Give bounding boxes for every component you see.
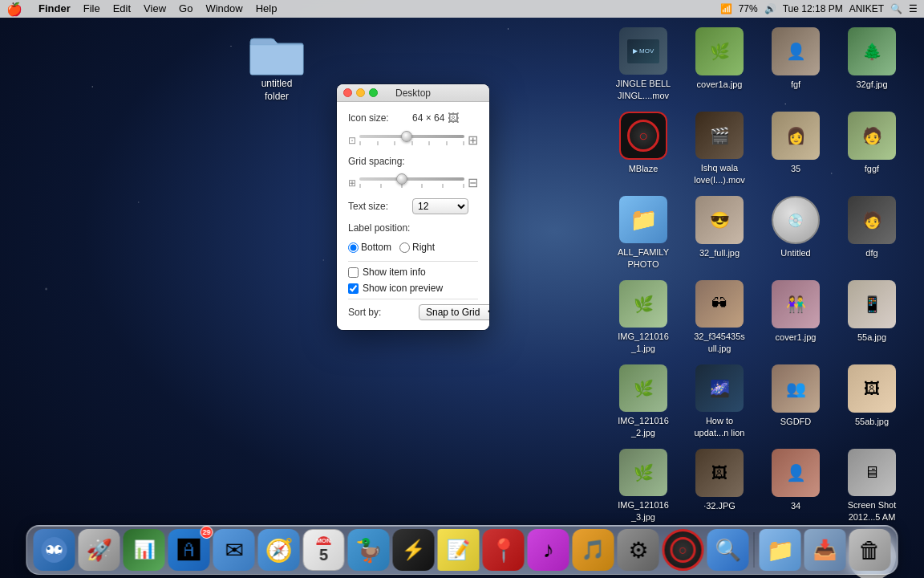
dock-mainstage[interactable]: 🎵 — [573, 529, 614, 571]
grid-small-icon: ⊞ — [348, 177, 356, 189]
dock-finder[interactable] — [34, 529, 75, 571]
sort-by-label: Sort by: — [348, 307, 412, 318]
desktop-icon-32full[interactable]: 😎 32_full.jpg — [683, 193, 756, 273]
desktop-icon-32f345[interactable]: 🕶 32_f345435sull.jpg — [683, 277, 756, 357]
desktop-icon-fgf[interactable]: 👤 fgf — [760, 24, 832, 104]
grid-spacing-slider[interactable] — [359, 177, 464, 188]
divider-1 — [348, 261, 478, 262]
desktop-folder-untitled[interactable]: untitledfolder — [249, 32, 305, 103]
desktop-icon-55ab[interactable]: 🖼 55ab.jpg — [836, 361, 908, 442]
icon-label: fgf — [791, 79, 800, 90]
desktop-icon-dfg[interactable]: 🧑 dfg — [836, 193, 908, 273]
close-button[interactable] — [343, 88, 352, 97]
show-item-info-checkbox[interactable] — [348, 267, 359, 278]
desktop-icon-img1[interactable]: 🌿 IMG_121016_1.jpg — [607, 277, 679, 357]
show-item-info-row[interactable]: Show item info — [348, 267, 478, 278]
dock-istat[interactable]: 📊 — [124, 529, 165, 571]
username: ANIKET — [849, 3, 884, 14]
desktop-icon-34[interactable]: 👤 34 — [760, 446, 832, 526]
icon-size-slider-container[interactable] — [359, 135, 464, 145]
menu-help[interactable]: Help — [249, 0, 284, 18]
icon-size-small-icon: ⊡ — [348, 135, 356, 146]
maximize-button[interactable] — [369, 88, 378, 97]
show-icon-preview-checkbox[interactable] — [348, 283, 359, 294]
photo-icon: 🖼 — [448, 112, 459, 124]
dock-itunes[interactable]: ♪ — [528, 529, 569, 571]
dock-alfred[interactable]: 🔍 — [707, 529, 749, 571]
desktop-icon-img3[interactable]: 🌿 IMG_121016_3.jpg — [607, 446, 679, 526]
icon-label: fggf — [865, 163, 879, 174]
dock-mblaze[interactable]: ○ — [663, 529, 704, 571]
dock-calendar[interactable]: MON 5 — [303, 529, 345, 571]
traffic-lights — [343, 88, 378, 97]
desktop-icon-all-family[interactable]: 📁 ALL_FAMILYPHOTO — [607, 193, 679, 273]
dock-sysprefs[interactable]: ⚙ — [618, 529, 659, 571]
dock-cyberduck[interactable]: 🦆 — [348, 529, 390, 571]
desktop-icon-55a[interactable]: 📱 55a.jpg — [836, 277, 908, 357]
menu-view[interactable]: View — [137, 0, 172, 18]
dialog-titlebar: Desktop — [337, 84, 489, 102]
menu-file[interactable]: File — [77, 0, 107, 18]
icon-size-row: Icon size: 64 × 64 🖼 — [348, 112, 478, 124]
desktop-icon-fggf[interactable]: 🧑 fggf — [836, 108, 908, 189]
apple-menu[interactable]: 🍎 — [6, 2, 22, 17]
icon-label: dfg — [865, 247, 877, 258]
icon-label: Screen Shot2012...5 AM — [848, 499, 897, 523]
icon-label: 32_full.jpg — [699, 247, 740, 258]
label-position-label: Label position: — [348, 222, 412, 234]
dock-pinpoint[interactable]: 📍 — [483, 529, 525, 571]
menu-go[interactable]: Go — [172, 0, 199, 18]
text-size-select[interactable]: 12 10 11 13 14 — [412, 198, 468, 214]
dock-safari[interactable]: 🧭 — [258, 529, 300, 571]
dock-trash[interactable]: 🗑 — [849, 529, 891, 571]
desktop-icon-ishqwala[interactable]: 🎬 Ishq walalove(I...).mov — [683, 108, 756, 189]
menu-edit[interactable]: Edit — [107, 0, 137, 18]
desktop-icon-img2[interactable]: 🌿 IMG_121016_2.jpg — [607, 361, 679, 442]
grid-spacing-row: Grid spacing: — [348, 156, 478, 167]
list-icon[interactable]: ☰ — [909, 3, 918, 14]
wifi-icon[interactable]: 📶 — [720, 3, 732, 14]
desktop-icon-35[interactable]: 👩 35 — [760, 108, 832, 189]
dock-quicksilver[interactable]: ⚡ — [393, 529, 435, 571]
dialog-body: Icon size: 64 × 64 🖼 ⊡ — [337, 102, 489, 330]
dock-rocket[interactable]: 🚀 — [79, 529, 120, 571]
dock-appstore[interactable]: 🅰 29 — [168, 529, 210, 571]
svg-point-4 — [59, 547, 62, 550]
desktop-icon-cover1a[interactable]: 🌿 cover1a.jpg — [683, 24, 756, 104]
dialog-title: Desktop — [395, 88, 431, 99]
desktop-icon-32gfjpg[interactable]: 🌲 32gf.jpg — [836, 24, 908, 104]
desktop-icon-jinglebellmov[interactable]: ▶ MOV JINGLE BELLJINGL....mov — [607, 24, 679, 104]
icon-size-label: Icon size: — [348, 112, 412, 124]
label-right-option[interactable]: Right — [399, 242, 435, 253]
minimize-button[interactable] — [356, 88, 365, 97]
show-icon-preview-label: Show icon preview — [363, 283, 443, 294]
dock-folder[interactable]: 📁 — [760, 529, 801, 571]
folder-shape-icon — [249, 32, 305, 76]
search-icon[interactable]: 🔍 — [890, 3, 902, 14]
icon-label: IMG_121016_3.jpg — [618, 499, 669, 523]
label-right-radio[interactable] — [399, 242, 410, 253]
menu-finder[interactable]: Finder — [32, 0, 77, 18]
desktop-icon-untitled[interactable]: 💿 Untitled — [760, 193, 832, 273]
desktop-icon-howto[interactable]: 🌌 How toupdat...n lion — [683, 361, 756, 442]
finder-icon — [40, 535, 69, 564]
battery-indicator: 77% — [739, 3, 758, 14]
dock-mail[interactable]: ✉ — [213, 529, 255, 571]
menu-window[interactable]: Window — [199, 0, 249, 18]
show-icon-preview-row[interactable]: Show icon preview — [348, 283, 478, 294]
desktop-icon-sgdfd[interactable]: 👥 SGDFD — [760, 361, 832, 442]
audio-icon[interactable]: 🔊 — [764, 3, 776, 14]
desktop-icon-cover1[interactable]: 👫 cover1.jpg — [760, 277, 832, 357]
desktop-icon-mblaze[interactable]: ○ MBlaze — [607, 108, 679, 189]
desktop-icon-32jpg[interactable]: 🖼 ·32.JPG — [683, 446, 756, 526]
divider-2 — [348, 299, 478, 299]
sort-by-select[interactable]: Snap to Grid None Name Kind Date Modifie… — [419, 304, 489, 320]
icon-size-large-icon: ⊞ — [468, 132, 478, 148]
label-bottom-radio[interactable] — [348, 242, 359, 253]
desktop-icon-screenshot[interactable]: 🖥 Screen Shot2012...5 AM — [836, 446, 908, 526]
dock-stickies[interactable]: 📝 — [438, 529, 480, 571]
menubar: 🍎 Finder File Edit View Go Window Help 📶… — [0, 0, 924, 18]
dock-downloads[interactable]: 📥 — [804, 529, 846, 571]
dock: 🚀 📊 🅰 29 ✉ 🧭 — [26, 525, 898, 575]
label-bottom-option[interactable]: Bottom — [348, 242, 391, 253]
